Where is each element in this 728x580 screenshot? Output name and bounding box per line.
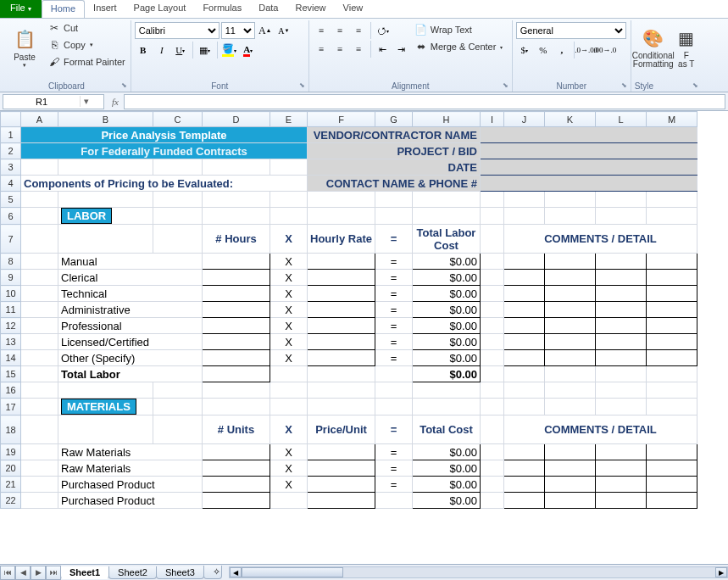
- col-header-C[interactable]: C: [153, 112, 203, 127]
- name-box-input[interactable]: [3, 97, 80, 107]
- cell-M16[interactable]: [647, 382, 697, 399]
- cell-C6[interactable]: [153, 208, 203, 225]
- cell-F10[interactable]: [308, 286, 375, 302]
- cell-E21[interactable]: X: [270, 477, 308, 493]
- align-top-button[interactable]: ≡: [313, 22, 330, 39]
- cell-A22[interactable]: [21, 493, 58, 509]
- row-header-20[interactable]: 20: [1, 460, 21, 477]
- cell-J12[interactable]: [504, 318, 545, 334]
- cell-C3[interactable]: [153, 159, 203, 176]
- cell-G20[interactable]: =: [375, 460, 413, 477]
- cell-G13[interactable]: =: [375, 334, 413, 350]
- col-header-I[interactable]: I: [481, 112, 504, 127]
- cell-M11[interactable]: [647, 302, 697, 318]
- cell-M20[interactable]: [647, 460, 697, 477]
- cell-I6[interactable]: [481, 208, 504, 225]
- row-header-1[interactable]: 1: [1, 127, 21, 143]
- col-header-L[interactable]: L: [596, 112, 647, 127]
- col-header-K[interactable]: K: [545, 112, 596, 127]
- decrease-font-button[interactable]: A▼: [275, 22, 292, 39]
- cell-H12[interactable]: $0.00: [413, 318, 481, 334]
- cell-M22[interactable]: [647, 493, 697, 509]
- cell-F15[interactable]: [308, 366, 375, 382]
- sheet-tab-3[interactable]: Sheet3: [156, 566, 204, 579]
- cell-A1[interactable]: Price Analysis Template: [21, 127, 308, 143]
- cell-J14[interactable]: [504, 350, 545, 366]
- cell-I13[interactable]: [481, 334, 504, 350]
- cell-B20[interactable]: Raw Materials: [58, 460, 203, 477]
- spreadsheet[interactable]: ABCDEFGHIJKLM1Price Analysis TemplateVEN…: [0, 111, 697, 509]
- italic-button[interactable]: I: [153, 42, 170, 59]
- cell-E8[interactable]: X: [270, 254, 308, 270]
- cell-E10[interactable]: X: [270, 286, 308, 302]
- wrap-text-button[interactable]: 📄Wrap Text: [413, 22, 505, 37]
- cell-B22[interactable]: Purchased Product: [58, 493, 203, 509]
- cell-G16[interactable]: [375, 382, 413, 399]
- cell-D21[interactable]: [203, 477, 270, 493]
- cell-A12[interactable]: [21, 318, 58, 334]
- row-header-9[interactable]: 9: [1, 270, 21, 286]
- cell-K6[interactable]: [545, 208, 596, 225]
- align-bottom-button[interactable]: ≡: [350, 22, 367, 39]
- cell-D15[interactable]: [203, 366, 270, 382]
- row-header-7[interactable]: 7: [1, 225, 21, 254]
- cell-G7[interactable]: =: [375, 225, 413, 254]
- row-header-3[interactable]: 3: [1, 159, 21, 176]
- cell-J8[interactable]: [504, 254, 545, 270]
- cell-D13[interactable]: [203, 334, 270, 350]
- select-all-corner[interactable]: [1, 112, 21, 127]
- col-header-D[interactable]: D: [203, 112, 270, 127]
- cell-D11[interactable]: [203, 302, 270, 318]
- cell-B13[interactable]: Licensed/Certified: [58, 334, 203, 350]
- cell-I11[interactable]: [481, 302, 504, 318]
- cell-G11[interactable]: =: [375, 302, 413, 318]
- tab-review[interactable]: Review: [286, 0, 334, 18]
- cell-E18[interactable]: X: [270, 415, 308, 444]
- cell-H16[interactable]: [413, 382, 481, 399]
- cell-K8[interactable]: [545, 254, 596, 270]
- cell-A16[interactable]: [21, 382, 58, 399]
- cell-G17[interactable]: [375, 399, 413, 415]
- row-header-6[interactable]: 6: [1, 208, 21, 225]
- cell-L19[interactable]: [596, 444, 647, 460]
- cell-A18[interactable]: [21, 415, 58, 444]
- row-header-12[interactable]: 12: [1, 318, 21, 334]
- cell-F22[interactable]: [308, 493, 375, 509]
- cell-A4[interactable]: Components of Pricing to be Evaluated:: [21, 176, 308, 192]
- accounting-format-button[interactable]: $▾: [516, 42, 533, 59]
- cell-I3[interactable]: [481, 159, 697, 176]
- cell-I10[interactable]: [481, 286, 504, 302]
- cell-L16[interactable]: [596, 382, 647, 399]
- row-header-8[interactable]: 8: [1, 254, 21, 270]
- cell-I20[interactable]: [481, 460, 504, 477]
- cell-I18[interactable]: [481, 415, 504, 444]
- cell-I16[interactable]: [481, 382, 504, 399]
- decrease-indent-button[interactable]: ⇤: [375, 41, 392, 58]
- col-header-E[interactable]: E: [270, 112, 308, 127]
- cell-M13[interactable]: [647, 334, 697, 350]
- align-left-button[interactable]: ≡: [313, 41, 330, 58]
- cell-B5[interactable]: [58, 192, 153, 208]
- cell-H7[interactable]: Total Labor Cost: [413, 225, 481, 254]
- cell-A17[interactable]: [21, 399, 58, 415]
- cell-I17[interactable]: [481, 399, 504, 415]
- cell-F12[interactable]: [308, 318, 375, 334]
- tab-file[interactable]: File: [0, 0, 42, 18]
- cell-D5[interactable]: [203, 192, 270, 208]
- row-header-21[interactable]: 21: [1, 477, 21, 493]
- cell-K15[interactable]: [545, 366, 596, 382]
- cell-B10[interactable]: Technical: [58, 286, 203, 302]
- cell-M21[interactable]: [647, 477, 697, 493]
- cell-K16[interactable]: [545, 382, 596, 399]
- cell-J20[interactable]: [504, 460, 545, 477]
- cell-H19[interactable]: $0.00: [413, 444, 481, 460]
- cell-F17[interactable]: [308, 399, 375, 415]
- cell-K13[interactable]: [545, 334, 596, 350]
- cell-D6[interactable]: [203, 208, 270, 225]
- cell-G12[interactable]: =: [375, 318, 413, 334]
- cell-B7[interactable]: [58, 225, 153, 254]
- cell-I5[interactable]: [481, 192, 504, 208]
- cell-J17[interactable]: [504, 399, 545, 415]
- cell-A6[interactable]: [21, 208, 58, 225]
- cell-M12[interactable]: [647, 318, 697, 334]
